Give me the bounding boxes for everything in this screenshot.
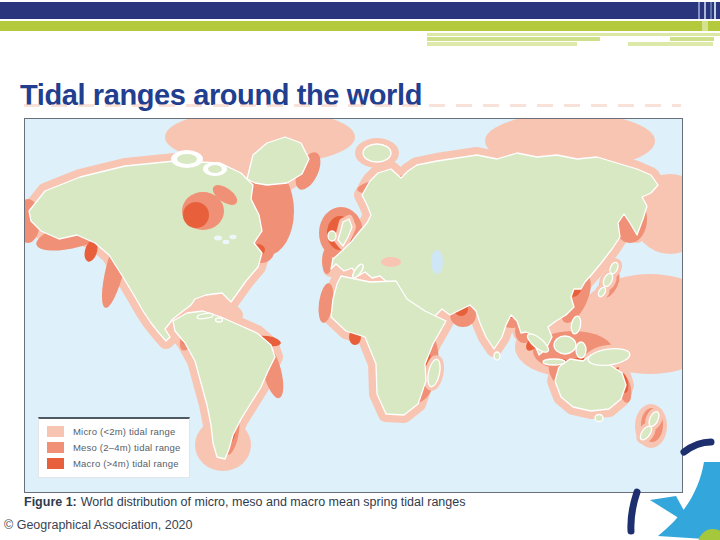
great-lakes [223,240,230,244]
tidal-range-map-figure: Micro (<2m) tidal range Meso (2–4m) tida… [24,118,683,493]
borneo [554,336,576,354]
pale-green-line [427,42,577,46]
pale-green-line [427,37,600,41]
tasmania [595,415,603,422]
slide-root: Tidal ranges around the world [0,0,720,540]
micro-color-swatch [47,426,64,437]
hispaniola [216,318,223,322]
great-lakes [214,236,222,241]
top-navy-bar [0,2,720,19]
geographical-association-logo [600,428,720,540]
hudson-bay-macro [183,202,209,228]
pale-green-line [670,37,714,41]
meso-color-swatch [47,442,64,453]
ireland [328,231,336,241]
copyright-line: © Geographical Association, 2020 [4,518,193,532]
map-legend: Micro (<2m) tidal range Meso (2–4m) tida… [38,417,190,478]
logo-navy-swoosh-left [631,492,637,531]
great-lakes [230,235,237,239]
svalbard [363,144,391,162]
legend-label: Macro (>4m) tidal range [73,458,179,469]
figure-caption: Figure 1:World distribution of micro, me… [24,495,465,509]
navy-bar-stripe [698,2,700,19]
map-top-dashes [24,104,681,107]
logo-navy-swoosh-top [684,442,711,452]
navy-bar-stripe [710,2,712,19]
navy-bar-stripe [714,2,716,19]
java [543,359,565,365]
sulawesi [576,342,586,358]
legend-item-meso: Meso (2–4m) tidal range [47,442,181,453]
pale-green-line [427,33,720,36]
figure-caption-label: Figure 1: [24,495,77,509]
legend-item-micro: Micro (<2m) tidal range [47,426,181,437]
legend-item-macro: Macro (>4m) tidal range [47,458,181,469]
top-green-bar [0,21,720,31]
macro-color-swatch [47,458,64,469]
sri-lanka [494,352,500,360]
green-bar-stripe [702,21,708,31]
caspian-sea [431,250,443,274]
pale-green-line [628,42,713,46]
navy-bar-stripe [704,2,706,19]
page-title: Tidal ranges around the world [20,79,422,112]
figure-caption-text: World distribution of micro, meso and ma… [81,495,466,509]
legend-label: Meso (2–4m) tidal range [73,442,181,453]
black-sea [381,257,401,267]
legend-label: Micro (<2m) tidal range [73,426,176,437]
